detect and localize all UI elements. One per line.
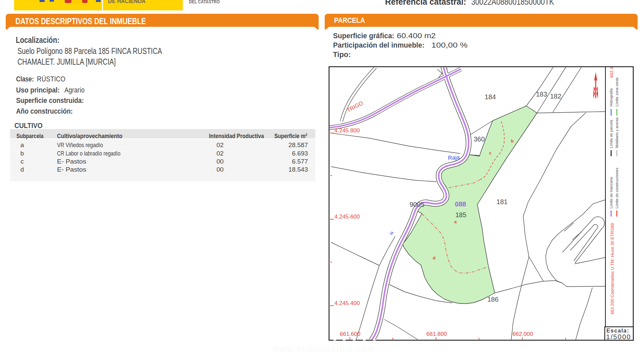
svg-text:Límite de manzana: Límite de manzana xyxy=(609,177,613,208)
svg-text:181: 181 xyxy=(496,198,507,205)
svg-text:662.000: 662.000 xyxy=(513,331,533,337)
svg-text:184: 184 xyxy=(485,93,496,101)
svg-text:182: 182 xyxy=(550,93,561,100)
svg-text:088: 088 xyxy=(455,200,466,208)
svg-text:662.400: 662.400 xyxy=(609,62,614,78)
svg-text:Límite zona verde: Límite zona verde xyxy=(615,77,619,107)
svg-text:Mobiliario y aceras: Mobiliario y aceras xyxy=(615,117,619,148)
svg-text:c: c xyxy=(489,150,492,156)
svg-text:662.200 Coordenadas U.TM. Huso: 662.200 Coordenadas U.TM. Huso 30 ETRS89 xyxy=(610,223,615,314)
svg-text:661.600: 661.600 xyxy=(340,331,360,337)
svg-text:4.245.800: 4.245.800 xyxy=(334,127,360,134)
svg-text:661.800: 661.800 xyxy=(426,331,447,337)
svg-text:183: 183 xyxy=(536,90,547,98)
svg-text:Límite de parcela: Límite de parcela xyxy=(609,120,613,148)
svg-text:1/5000: 1/5000 xyxy=(606,333,631,341)
svg-text:b: b xyxy=(511,138,514,143)
svg-text:Hidrografía: Hidrografía xyxy=(609,88,613,107)
svg-text:360: 360 xyxy=(474,135,485,143)
svg-text:185: 185 xyxy=(455,211,467,219)
svg-text:d: d xyxy=(433,255,435,260)
svg-text:186: 186 xyxy=(487,296,498,303)
svg-text:Raja: Raja xyxy=(448,154,460,161)
svg-text:a: a xyxy=(454,219,457,224)
svg-text:9005: 9005 xyxy=(410,201,425,208)
svg-text:Límite de construcciones: Límite de construcciones xyxy=(615,168,619,208)
svg-text:4.245.400: 4.245.400 xyxy=(334,300,360,306)
svg-text:4.245.600: 4.245.600 xyxy=(334,214,360,220)
